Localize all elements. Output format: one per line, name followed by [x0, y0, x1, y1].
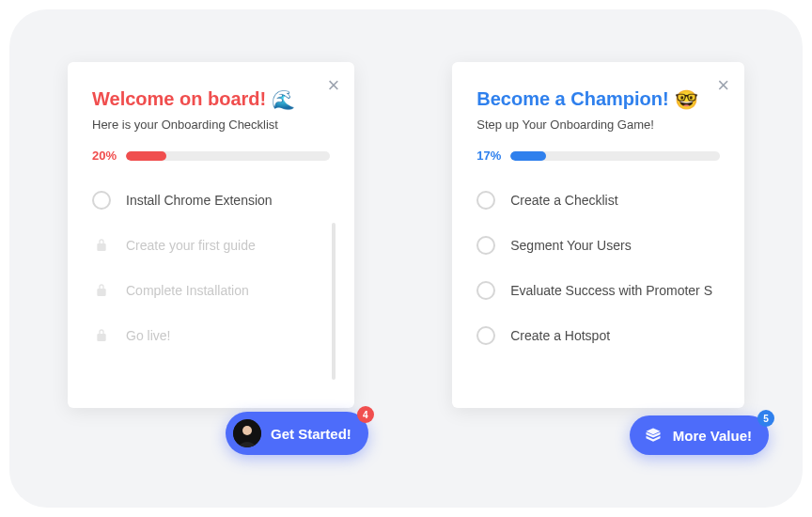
checklist-item-label: Segment Your Users — [510, 238, 631, 253]
checkbox-circle-icon — [476, 236, 495, 255]
progress-percent: 20% — [92, 149, 117, 163]
checklist: Create a Checklist Segment Your Users Ev… — [476, 178, 720, 389]
nerd-emoji: 🤓 — [675, 90, 698, 109]
card-title: Become a Champion! 🤓 — [476, 88, 720, 110]
app-container: × Welcome on board! 🌊 Here is your Onboa… — [9, 9, 803, 508]
onboarding-card-welcome: × Welcome on board! 🌊 Here is your Onboa… — [68, 62, 354, 408]
card-title-text: Welcome on board! — [92, 88, 266, 110]
close-icon[interactable]: × — [327, 75, 339, 96]
checklist-item-label: Complete Installation — [126, 283, 249, 298]
progress-percent: 17% — [476, 149, 501, 163]
card-subtitle: Here is your Onboarding Checklist — [92, 118, 330, 132]
progress-row: 17% — [476, 149, 720, 163]
progress-bar — [510, 151, 720, 161]
onboarding-card-champion: × Become a Champion! 🤓 Step up Your Onbo… — [452, 62, 744, 408]
checklist-item-label: Create a Checklist — [510, 193, 617, 208]
checklist-item-label: Install Chrome Extension — [126, 193, 273, 208]
close-icon[interactable]: × — [717, 75, 729, 96]
progress-bar — [126, 151, 330, 161]
cta-label: Get Started! — [271, 426, 351, 442]
lock-icon — [92, 326, 111, 345]
checklist: Install Chrome Extension Create your fir… — [92, 178, 330, 389]
progress-row: 20% — [92, 149, 330, 163]
card-title-text: Become a Champion! — [476, 88, 668, 110]
card-title: Welcome on board! 🌊 — [92, 88, 330, 110]
checklist-item-label: Create a Hotspot — [510, 328, 610, 343]
card-subtitle: Step up Your Onboarding Game! — [476, 118, 720, 132]
checklist-item[interactable]: Create your first guide — [92, 223, 322, 268]
checklist-item-label: Create your first guide — [126, 238, 256, 253]
get-started-button[interactable]: Get Started! 4 — [226, 412, 368, 455]
wave-emoji: 🌊 — [272, 90, 295, 109]
more-value-button[interactable]: More Value! 5 — [630, 415, 769, 455]
checklist-item-label: Go live! — [126, 328, 170, 343]
avatar — [233, 419, 261, 447]
checklist-item[interactable]: Complete Installation — [92, 268, 322, 313]
checklist-item[interactable]: Evaluate Success with Promoter S — [476, 268, 712, 313]
checklist-item[interactable]: Create a Checklist — [476, 178, 712, 223]
layers-icon — [643, 425, 664, 446]
notification-badge: 5 — [757, 410, 774, 427]
checklist-item[interactable]: Create a Hotspot — [476, 313, 712, 358]
progress-fill — [510, 151, 546, 161]
checkbox-circle-icon — [476, 326, 495, 345]
cta-label: More Value! — [673, 428, 752, 444]
svg-point-1 — [242, 426, 252, 435]
checkbox-circle-icon — [92, 191, 111, 210]
progress-fill — [126, 151, 166, 161]
checkbox-circle-icon — [476, 191, 495, 210]
lock-icon — [92, 281, 111, 300]
scrollbar[interactable] — [332, 223, 336, 380]
lock-icon — [92, 236, 111, 255]
checklist-item[interactable]: Install Chrome Extension — [92, 178, 322, 223]
checklist-item[interactable]: Go live! — [92, 313, 322, 358]
checklist-item-label: Evaluate Success with Promoter S — [510, 283, 712, 298]
notification-badge: 4 — [357, 406, 374, 423]
checkbox-circle-icon — [476, 281, 495, 300]
checklist-item[interactable]: Segment Your Users — [476, 223, 712, 268]
